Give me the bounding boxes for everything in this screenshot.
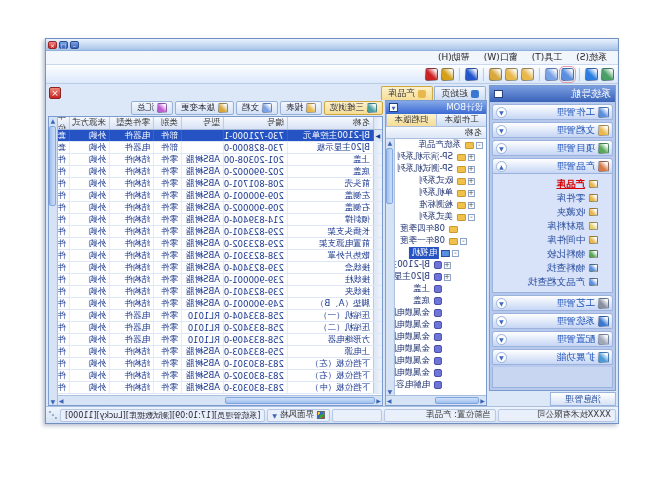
table-row[interactable]: 压缩机（一）258-833404-001RL1010零件电器件外购件: [58, 310, 382, 322]
sidebar-section-3[interactable]: 项目管理▼: [492, 140, 613, 156]
table-row[interactable]: 上盖201-20308-001ABS树脂零件结构件外购件: [58, 154, 382, 166]
scroll-up-icon[interactable]: ▲: [51, 117, 56, 124]
filter-icon[interactable]: ▼: [389, 103, 398, 112]
column-header-编号[interactable]: 编号: [223, 117, 287, 129]
sidebar-item-3[interactable]: 收藏夹: [493, 205, 598, 219]
tree-node[interactable]: -系统产品库: [395, 139, 486, 151]
window-cascade-icon[interactable]: [545, 68, 558, 81]
tree-node[interactable]: 电解电容器: [395, 379, 486, 391]
sidebar-section-5[interactable]: 工艺管理▼: [492, 295, 613, 311]
row-selector[interactable]: [373, 298, 382, 309]
collapse-minus-icon[interactable]: -: [460, 238, 467, 245]
message-manager-tab[interactable]: 消息管理: [550, 392, 616, 406]
tab-起始页[interactable]: 起始页: [434, 86, 486, 100]
row-selector[interactable]: [373, 250, 382, 261]
collapse-minus-icon[interactable]: -: [476, 142, 483, 149]
tree-node[interactable]: 金属膜电阻器: [395, 343, 486, 355]
sidebar-item-2[interactable]: 零件库: [493, 191, 598, 205]
row-selector[interactable]: [373, 190, 382, 201]
table-row[interactable]: 倾斜撑214-839404-011ABS树脂零件结构件外购件: [58, 214, 382, 226]
column-header-类别[interactable]: 类别: [153, 117, 181, 129]
scroll-down-icon[interactable]: ▼: [51, 398, 56, 405]
expand-plus-icon[interactable]: +: [468, 166, 475, 173]
column-header-来源方式[interactable]: 来源方式: [69, 117, 109, 129]
sidebar-window-icon[interactable]: [494, 90, 503, 98]
table-row[interactable]: 前头壳208-801701-011ABS树脂零件结构件外购件: [58, 178, 382, 190]
bom-tab-归档版本[interactable]: 归档版本: [386, 114, 436, 126]
scroll-right-icon[interactable]: ▶: [387, 397, 392, 404]
collapse-minus-icon[interactable]: -: [468, 214, 475, 221]
table-row[interactable]: 底盖202-990002-011ABS树脂零件结构件外购件: [58, 166, 382, 178]
table-row[interactable]: 下挡位板（右）283-830302-001ABS树脂零件结构件外购件: [58, 370, 382, 382]
expand-plus-icon[interactable]: +: [468, 154, 475, 161]
scroll-left-icon[interactable]: ◀: [376, 397, 381, 404]
resize-grip[interactable]: [48, 410, 58, 420]
tree-node[interactable]: 金属膜电阻器: [395, 367, 486, 379]
menu-item-3[interactable]: 窗口(W): [477, 51, 525, 64]
row-selector[interactable]: [373, 226, 382, 237]
bom-horizontal-scrollbar[interactable]: ◀ ▶: [386, 395, 486, 405]
row-selector[interactable]: [373, 334, 382, 345]
tree-node[interactable]: 08年四季度: [395, 223, 486, 235]
sidebar-item-5[interactable]: 中间件库: [493, 233, 598, 247]
row-selector[interactable]: [373, 382, 382, 393]
bom-scroll-thumb[interactable]: [387, 148, 394, 204]
table-row[interactable]: ▶BJ-2100主控单元730-721000-121部件电器件外购套: [58, 130, 382, 142]
bom-tab-工作版本[interactable]: 工作版本: [436, 114, 486, 126]
column-header-单位[interactable]: 单位: [58, 117, 69, 129]
table-row[interactable]: 下挡位板（中）283-830303-001ABS树脂零件结构件外购件: [58, 382, 382, 394]
chevron-down-icon[interactable]: ▼: [496, 316, 507, 327]
chevron-down-icon[interactable]: ▼: [496, 143, 507, 154]
tab-close-button[interactable]: ×: [49, 87, 61, 99]
tree-node[interactable]: +BJ-2100主控单元: [395, 259, 486, 271]
tree-node[interactable]: +单机系列: [395, 187, 486, 199]
grid-scroll-thumb[interactable]: [50, 126, 57, 206]
row-selector[interactable]: [373, 202, 382, 213]
folder-add-icon[interactable]: [505, 68, 518, 81]
ui-style-picker[interactable]: 界面风格 ▼: [267, 409, 330, 422]
chevron-down-icon[interactable]: ▼: [496, 298, 507, 309]
scroll-up-icon[interactable]: ▲: [388, 139, 393, 146]
expand-plus-icon[interactable]: +: [468, 202, 475, 209]
table-row[interactable]: 右侧盖209-900002-011ABS树脂零件结构件外购件: [58, 202, 382, 214]
globe-icon[interactable]: [585, 68, 598, 81]
column-header-型号[interactable]: 型号: [181, 117, 223, 129]
chevron-down-icon[interactable]: ▼: [496, 334, 507, 345]
row-selector[interactable]: [373, 310, 382, 321]
table-row[interactable]: 接线柱239-900001-011ABS树脂零件结构件外购件: [58, 274, 382, 286]
table-row[interactable]: 脚垫（A、B）249-900001-011ABS树脂零件结构件外购件: [58, 298, 382, 310]
sidebar-section-7[interactable]: 配置管理▼: [492, 331, 613, 347]
汇总-button[interactable]: 汇总: [131, 101, 173, 115]
tree-node[interactable]: 金属膜电阻器: [395, 331, 486, 343]
table-row[interactable]: 下挡位板（左）283-830301-001ABS树脂零件结构件外购件: [58, 358, 382, 370]
bom-hscroll-thumb[interactable]: [435, 397, 479, 404]
sidebar-section-4[interactable]: 产品管理▲: [492, 158, 613, 174]
scroll-left-icon[interactable]: ◀: [480, 397, 485, 404]
row-selector[interactable]: [373, 154, 382, 165]
tree-node[interactable]: +BJ20主显示板: [395, 271, 486, 283]
column-header-零件类型[interactable]: 零件类型: [109, 117, 153, 129]
table-row[interactable]: 接线夹239-823401-001ABS树脂零件结构件外购件: [58, 286, 382, 298]
grid-vertical-scrollbar[interactable]: ▲ ▼: [49, 117, 58, 405]
menu-item-1[interactable]: 系统(S): [569, 51, 614, 64]
row-selector[interactable]: [373, 178, 382, 189]
tree-node[interactable]: -08年一季度: [395, 235, 486, 247]
row-selector[interactable]: [373, 358, 382, 369]
tree-node[interactable]: 金属膜电阻器: [395, 355, 486, 367]
table-row[interactable]: BJ20主显示板730-828000-041部件电器件外购套: [58, 142, 382, 154]
report-chart-icon[interactable]: [601, 68, 614, 81]
expand-plus-icon[interactable]: +: [468, 190, 475, 197]
table-row[interactable]: 上电源259-833403-001ABS树脂零件结构件外购件: [58, 346, 382, 358]
grid-horizontal-scrollbar[interactable]: ◀ ▶: [58, 395, 382, 405]
grid-hscroll-thumb[interactable]: [225, 397, 375, 404]
chevron-down-icon[interactable]: ▼: [496, 352, 507, 363]
table-row[interactable]: 散热片外罩238-823301-001ABS树脂零件结构件外购件: [58, 250, 382, 262]
chevron-down-icon[interactable]: ▼: [496, 107, 507, 118]
sidebar-section-8[interactable]: 扩展功能▼: [492, 349, 613, 365]
tree-node[interactable]: -美式系列: [395, 211, 486, 223]
expand-plus-icon[interactable]: +: [444, 262, 451, 269]
tree-node[interactable]: 金属膜电阻器: [395, 307, 486, 319]
sidebar-section-2[interactable]: 文档管理▼: [492, 122, 613, 138]
table-row[interactable]: 方形继电器258-833409-001RL1010零件电器件外购件: [58, 334, 382, 346]
sidebar-item-8[interactable]: 产品文档查找: [493, 275, 598, 289]
